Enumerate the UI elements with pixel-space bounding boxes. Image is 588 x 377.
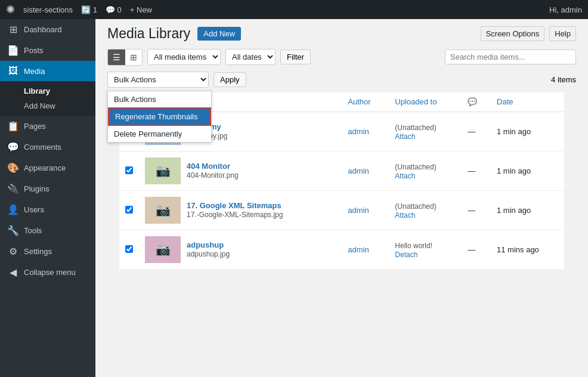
sidebar-item-media[interactable]: 🖼 Media: [0, 61, 95, 81]
settings-icon: ⚙: [7, 246, 19, 257]
attach-link[interactable]: Attach: [395, 132, 415, 141]
uploaded-to: (Unattached): [395, 163, 436, 171]
dropdown-item-delete[interactable]: Delete Permanently: [108, 126, 211, 142]
media-thumbnail: 📷: [145, 236, 181, 263]
toolbar: ☰ ⊞ All media items All dates Filter: [95, 43, 588, 72]
col-date[interactable]: Date: [491, 92, 564, 112]
dashboard-icon: ⊞: [7, 24, 19, 35]
sidebar-item-users[interactable]: 👤 Users: [0, 199, 95, 220]
col-comments[interactable]: 💬: [462, 92, 491, 112]
sidebar-item-comments[interactable]: 💬 Comments: [0, 137, 95, 157]
bulk-row: Bulk Actions Apply Bulk Actions Regenera…: [95, 72, 588, 92]
uploaded-to: (Unattached): [395, 202, 436, 211]
sidebar-label-media: Media: [24, 67, 45, 76]
table-row: 📷 17. Google XML Sitemaps 17.-Google-XML…: [119, 191, 564, 230]
author-link[interactable]: admin: [348, 245, 369, 254]
sidebar-item-add-new[interactable]: Add New: [24, 98, 95, 113]
help-button[interactable]: Help: [549, 26, 576, 41]
sidebar-label-appearance: Appearance: [24, 163, 66, 172]
attach-link[interactable]: Attach: [395, 211, 415, 220]
users-icon: 👤: [7, 204, 19, 215]
site-name[interactable]: sister-sections: [23, 5, 73, 14]
sidebar-label-settings: Settings: [24, 247, 52, 256]
sidebar-item-settings[interactable]: ⚙ Settings: [0, 241, 95, 262]
comment-count: —: [462, 112, 491, 152]
comment-count: —: [462, 191, 491, 230]
table-row: 📷 adpushup adpushup.jpg admin Hello worl…: [119, 230, 564, 270]
collapse-menu-button[interactable]: ◀ Collapse menu: [0, 262, 95, 283]
date-cell: 1 min ago: [491, 152, 564, 191]
author-link[interactable]: admin: [348, 206, 369, 215]
plugins-icon: 🔌: [7, 183, 19, 194]
file-name: adpushup.jpg: [187, 250, 230, 258]
sidebar-item-posts[interactable]: 📄 Posts: [0, 40, 95, 61]
comment-count: —: [462, 152, 491, 191]
uploaded-to: (Unattached): [395, 123, 436, 132]
detach-link[interactable]: Detach: [395, 251, 417, 259]
filter-button[interactable]: Filter: [280, 50, 311, 64]
col-author[interactable]: Author: [342, 92, 389, 112]
bulk-actions-select[interactable]: Bulk Actions: [107, 72, 209, 88]
comments-icon[interactable]: 💬 0: [106, 5, 122, 14]
grid-view-button[interactable]: ⊞: [125, 50, 142, 65]
sidebar-item-appearance[interactable]: 🎨 Appearance: [0, 157, 95, 178]
list-view-button[interactable]: ☰: [108, 50, 125, 65]
row-checkbox[interactable]: [125, 245, 133, 253]
row-checkbox[interactable]: [125, 206, 133, 214]
search-input[interactable]: [445, 50, 576, 64]
date-cell: 1 min ago: [491, 191, 564, 230]
uploaded-to: Hello world!: [395, 242, 432, 250]
collapse-icon: ◀: [7, 267, 19, 278]
col-uploaded[interactable]: Uploaded to: [389, 92, 462, 112]
author-link[interactable]: admin: [348, 166, 369, 175]
sidebar-item-plugins[interactable]: 🔌 Plugins: [0, 178, 95, 199]
dates-filter-select[interactable]: All dates: [225, 49, 276, 65]
updates-icon[interactable]: 🔄 1: [81, 5, 97, 14]
media-icon: 🖼: [7, 66, 19, 76]
main-content: Media Library Add New Screen Options Hel…: [95, 19, 588, 377]
file-name: 17.-Google-XML-Sitemaps.jpg: [187, 211, 283, 219]
tools-icon: 🔧: [7, 225, 19, 236]
attach-link[interactable]: Attach: [395, 172, 415, 180]
posts-icon: 📄: [7, 45, 19, 56]
date-cell: 1 min ago: [491, 112, 564, 152]
file-name: 404-Monitor.png: [187, 171, 239, 180]
dropdown-item-bulk-actions[interactable]: Bulk Actions: [108, 91, 211, 107]
bulk-actions-dropdown: Bulk Actions Regenerate Thumbnails Delet…: [107, 91, 212, 143]
user-greeting: Hi, admin: [549, 5, 582, 14]
screen-options-button[interactable]: Screen Options: [481, 26, 545, 41]
dropdown-item-regenerate[interactable]: Regenerate Thumbnails: [108, 107, 211, 126]
add-new-button[interactable]: Add New: [197, 27, 241, 41]
pages-icon: 📋: [7, 120, 19, 132]
author-link[interactable]: admin: [348, 127, 369, 136]
sidebar-item-pages[interactable]: 📋 Pages: [0, 116, 95, 137]
apply-button[interactable]: Apply: [213, 72, 246, 87]
sidebar-label-users: Users: [24, 205, 44, 214]
wp-logo-icon: ✺: [6, 3, 15, 16]
media-submenu: Library Add New: [0, 81, 95, 116]
sidebar-label-tools: Tools: [24, 226, 42, 235]
sidebar-label-dashboard: Dashboard: [24, 25, 62, 34]
table-row: 📷 404 Monitor 404-Monitor.png admin (Una…: [119, 152, 564, 191]
media-thumbnail: 📷: [145, 157, 181, 184]
date-cell: 11 mins ago: [491, 230, 564, 270]
sidebar: ⊞ Dashboard 📄 Posts 🖼 Media Library Add …: [0, 19, 95, 377]
sidebar-label-posts: Posts: [24, 46, 44, 55]
collapse-label: Collapse menu: [24, 268, 76, 277]
row-checkbox[interactable]: [125, 166, 133, 174]
sidebar-label-comments: Comments: [24, 143, 61, 152]
item-count: 4 items: [551, 75, 576, 84]
file-title-link[interactable]: adpushup: [187, 240, 230, 249]
new-button[interactable]: + New: [130, 5, 152, 14]
page-title: Media Library: [107, 25, 190, 43]
sidebar-item-tools[interactable]: 🔧 Tools: [0, 220, 95, 241]
media-filter-select[interactable]: All media items: [147, 49, 221, 65]
top-bar: ✺ sister-sections 🔄 1 💬 0 + New Hi, admi…: [0, 0, 588, 19]
comment-count: —: [462, 230, 491, 270]
appearance-icon: 🎨: [7, 162, 19, 174]
sidebar-item-library[interactable]: Library: [24, 84, 95, 98]
file-title-link[interactable]: 17. Google XML Sitemaps: [187, 201, 283, 210]
sidebar-item-dashboard[interactable]: ⊞ Dashboard: [0, 19, 95, 40]
file-title-link[interactable]: 404 Monitor: [187, 162, 239, 171]
comments-icon: 💬: [7, 141, 19, 153]
